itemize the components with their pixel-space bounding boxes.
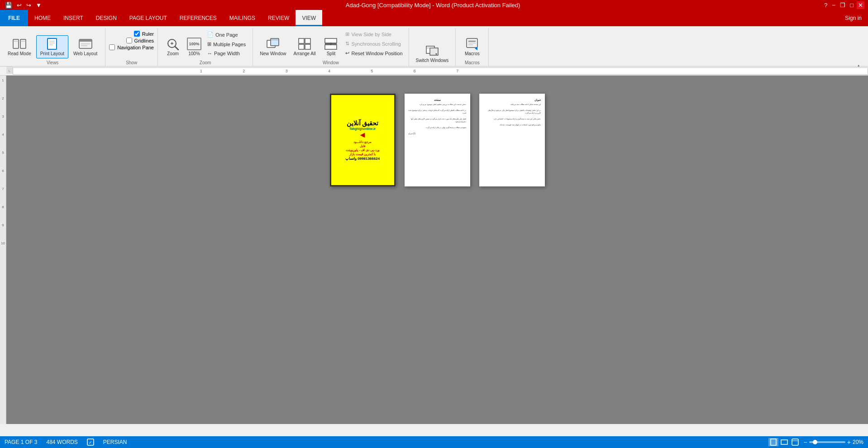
read-mode-icon	[12, 38, 27, 50]
page2-content: صفحه بخش نخست این مقاله به بررسی مفاهیم …	[405, 94, 470, 186]
save-button[interactable]: 💾	[4, 1, 14, 9]
page-width-button[interactable]: ↔ Page Width	[204, 49, 249, 57]
svg-text:✓: ✓	[89, 440, 92, 445]
page1-arrow: ◄	[358, 130, 367, 140]
tab-insert[interactable]: INSERT	[57, 10, 90, 26]
svg-rect-9	[79, 39, 92, 42]
tab-review[interactable]: REVIEW	[262, 10, 296, 26]
switch-windows-button[interactable]: Switch Windows	[413, 42, 452, 65]
page-2[interactable]: صفحه بخش نخست این مقاله به بررسی مفاهیم …	[405, 94, 470, 186]
page-3[interactable]: عنوان این صفحه شامل ادامه مطالب سند می‌ب…	[479, 94, 545, 186]
svg-rect-17	[271, 38, 279, 46]
undo-button[interactable]: ↩	[15, 1, 23, 9]
window-title: Adad-Gong [Compatibility Mode] - Word (P…	[346, 2, 520, 9]
tab-design[interactable]: DESIGN	[90, 10, 123, 26]
page3-body: این صفحه شامل ادامه مطالب سند می‌باشد. د…	[483, 103, 541, 126]
status-bar: PAGE 1 OF 3 484 WORDS ✓ PERSIAN	[0, 436, 868, 448]
macros-controls: Macros	[459, 29, 485, 58]
page-width-label: Page Width	[214, 51, 240, 56]
web-layout-label: Web Layout	[73, 51, 97, 56]
zoom-button[interactable]: Zoom	[162, 35, 184, 58]
macros-button[interactable]: Macros	[459, 35, 485, 58]
restore-button[interactable]: ❐	[839, 1, 847, 9]
help-button[interactable]: ?	[823, 1, 829, 9]
zoom-level: 20%	[853, 439, 863, 445]
zoom-out-button[interactable]: −	[804, 439, 807, 445]
svg-rect-23	[325, 38, 337, 43]
macros-group: Macros Macros	[456, 28, 489, 66]
tab-page-layout[interactable]: PAGE LAYOUT	[123, 10, 173, 26]
ruler-checkbox-label[interactable]: Ruler	[134, 31, 154, 37]
full-screen-mode-button[interactable]	[779, 438, 789, 446]
ruler-checkbox[interactable]	[134, 31, 140, 37]
quick-access-dropdown[interactable]: ▼	[34, 1, 43, 9]
sync-scrolling-button[interactable]: ⇅ Synchronous Scrolling	[343, 39, 405, 48]
nav-pane-label: Navigation Pane	[117, 45, 154, 50]
language[interactable]: PERSIAN	[103, 439, 127, 445]
svg-rect-20	[305, 38, 310, 43]
sync-scroll-icon: ⇅	[345, 41, 349, 47]
ruler-corner: L	[6, 67, 13, 75]
view-side-by-side-button[interactable]: ⊞ View Side by Side	[343, 30, 405, 38]
tab-home[interactable]: HOME	[28, 10, 57, 26]
macros-label: Macros	[465, 51, 480, 56]
page2-footer: 25+دیله	[408, 132, 467, 135]
web-layout-mode-button[interactable]	[790, 438, 800, 446]
zoom-label: Zoom	[162, 58, 249, 65]
show-controls: Ruler Gridlines Navigation Pane	[109, 29, 154, 58]
tab-view[interactable]: VIEW	[296, 10, 322, 26]
proofing-icon[interactable]: ✓	[87, 438, 94, 446]
horizontal-ruler: L 7 6 5 4 3 2 1	[0, 67, 868, 76]
one-page-label: One Page	[215, 32, 238, 38]
zoom-slider-thumb	[813, 440, 817, 444]
gridlines-checkbox-label[interactable]: Gridlines	[126, 38, 154, 43]
tab-file[interactable]: FILE	[0, 10, 28, 26]
page-info[interactable]: PAGE 1 OF 3	[5, 439, 37, 445]
print-layout-mode-button[interactable]	[768, 438, 778, 446]
redo-button[interactable]: ↪	[25, 1, 33, 9]
ruler-strip: 7 6 5 4 3 2 1	[13, 67, 868, 75]
read-mode-button[interactable]: Read Mode	[4, 35, 35, 58]
minimize-button[interactable]: −	[831, 1, 837, 9]
web-layout-icon	[78, 38, 93, 50]
split-button[interactable]: Split	[320, 35, 342, 58]
gridlines-checkbox[interactable]	[126, 38, 132, 43]
document-area[interactable]: تحقیق آنلاین Tahghighonline.ir ◄ مرجع دا…	[6, 76, 868, 424]
vertical-ruler: 1 2 3 4 5 6 7 8 9 10	[0, 76, 6, 424]
status-right: − + 20%	[768, 438, 863, 446]
close-button[interactable]: ✕	[857, 1, 864, 9]
zoom-100-icon: 100%	[187, 38, 201, 50]
page3-content: عنوان این صفحه شامل ادامه مطالب سند می‌ب…	[479, 94, 545, 186]
zoom-100-button[interactable]: 100% 100%	[185, 35, 203, 58]
ribbon-panel: Read Mode Print Layout	[0, 26, 868, 67]
svg-rect-21	[299, 44, 304, 49]
nav-pane-checkbox-label[interactable]: Navigation Pane	[109, 44, 154, 50]
print-layout-button[interactable]: Print Layout	[36, 35, 68, 58]
multiple-pages-button[interactable]: ⊞ Multiple Pages	[204, 40, 249, 48]
one-page-button[interactable]: 📄 One Page	[204, 30, 249, 39]
print-layout-icon	[45, 38, 59, 50]
view-side-icon: ⊞	[345, 31, 349, 37]
page1-title: تحقیق آنلاین	[347, 119, 379, 127]
quick-access-toolbar: 💾 ↩ ↪ ▼ Adad-Gong [Compatibility Mode] -…	[0, 0, 868, 10]
maximize-button[interactable]: □	[849, 1, 855, 9]
svg-rect-22	[305, 44, 310, 49]
new-window-button[interactable]: New Window	[257, 35, 289, 58]
svg-rect-24	[325, 45, 337, 49]
view-mode-buttons	[768, 438, 800, 446]
reset-window-pos-button[interactable]: ↩ Reset Window Position	[343, 49, 405, 57]
nav-pane-checkbox[interactable]	[109, 44, 115, 50]
web-layout-button[interactable]: Web Layout	[69, 35, 101, 58]
page-1[interactable]: تحقیق آنلاین Tahghighonline.ir ◄ مرجع دا…	[330, 94, 396, 186]
views-group: Read Mode Print Layout	[0, 28, 105, 66]
macros-group-label: Macros	[459, 58, 485, 65]
page2-body: بخش نخست این مقاله به بررسی مفاهیم اصلی …	[408, 103, 467, 129]
arrange-all-button[interactable]: Arrange All	[291, 35, 319, 58]
zoom-slider[interactable]	[809, 441, 845, 443]
tab-references[interactable]: REFERENCES	[173, 10, 223, 26]
word-count[interactable]: 484 WORDS	[46, 439, 77, 445]
zoom-in-button[interactable]: +	[847, 439, 851, 445]
signin-button[interactable]: Sign in	[839, 10, 868, 26]
tab-mailings[interactable]: MAILINGS	[223, 10, 262, 26]
multiple-pages-icon: ⊞	[207, 41, 211, 47]
